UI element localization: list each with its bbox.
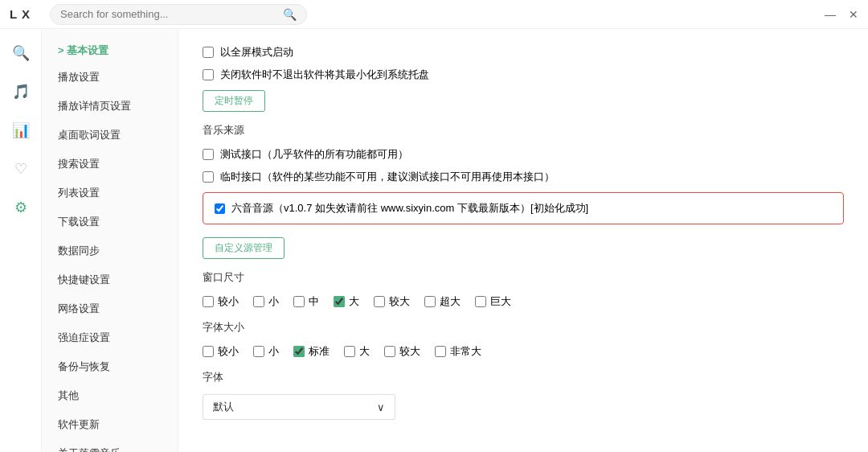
font-xlarge-checkbox[interactable] (435, 346, 446, 357)
size-huge-checkbox[interactable] (475, 296, 486, 307)
font-standard[interactable]: 标准 (293, 344, 330, 359)
font-xlarge[interactable]: 非常大 (435, 344, 481, 359)
settings-content: 以全屏模式启动 关闭软件时不退出软件将其最小化到系统托盘 定时暂停 音乐来源 测… (178, 29, 868, 452)
search-bar[interactable]: 🔍 (50, 4, 307, 25)
sidebar-icon-chart[interactable]: 📊 (6, 116, 35, 145)
app-logo: L X (10, 7, 31, 21)
minimize-tray-row: 关闭软件时不退出软件将其最小化到系统托盘 (203, 68, 844, 82)
minimize-tray-checkbox[interactable] (203, 69, 214, 80)
size-medium[interactable]: 中 (293, 294, 319, 309)
nav-section-header[interactable]: > 基本设置 (42, 39, 178, 63)
source-test-row: 测试接口（几乎软件的所有功能都可用） (203, 147, 844, 162)
nav-item-backup[interactable]: 备份与恢复 (42, 352, 178, 381)
font-larger-checkbox[interactable] (384, 346, 395, 357)
size-xlarge-checkbox[interactable] (424, 296, 436, 307)
section-source-title: 音乐来源 (203, 123, 844, 138)
font-select-value: 默认 (213, 400, 234, 414)
font-standard-label: 标准 (309, 344, 330, 359)
sidebar-icon-settings[interactable]: ⚙ (6, 193, 35, 222)
nav-item-playback-detail[interactable]: 播放详情页设置 (42, 92, 178, 121)
fullscreen-label: 以全屏模式启动 (220, 45, 293, 60)
nav-item-network[interactable]: 网络设置 (42, 294, 178, 323)
search-icon[interactable]: 🔍 (283, 8, 297, 21)
font-smaller-checkbox[interactable] (203, 346, 214, 357)
title-bar: L X 🔍 — ✕ (0, 0, 868, 29)
nav-item-list-settings[interactable]: 列表设置 (42, 179, 178, 208)
close-button[interactable]: ✕ (849, 8, 858, 21)
fullscreen-row: 以全屏模式启动 (203, 45, 844, 60)
section-window-title: 窗口尺寸 (203, 270, 844, 285)
source-temp-checkbox[interactable] (203, 171, 214, 183)
source-sixyin-group: 六音音源（v1.0.7 如失效请前往 www.sixyin.com 下载最新版本… (203, 192, 844, 224)
chevron-down-icon: ∨ (377, 401, 385, 413)
window-size-group: 较小 小 中 大 较大 超大 巨大 (203, 294, 844, 309)
section-fontsize-title: 字体大小 (203, 320, 844, 335)
sidebar-icon-favorite[interactable]: ♡ (6, 154, 35, 183)
font-small-checkbox[interactable] (253, 346, 264, 357)
size-huge-label: 巨大 (490, 294, 511, 309)
title-bar-right: — ✕ (825, 8, 858, 21)
size-xlarge[interactable]: 超大 (424, 294, 461, 309)
font-small-label: 小 (268, 344, 279, 359)
font-small[interactable]: 小 (253, 344, 279, 359)
size-smaller-label: 较小 (218, 294, 239, 309)
font-size-group: 较小 小 标准 大 较大 非常大 (203, 344, 844, 359)
size-xlarge-label: 超大 (440, 294, 461, 309)
nav-item-ocd[interactable]: 强迫症设置 (42, 323, 178, 352)
main-layout: 🔍 🎵 📊 ♡ ⚙ > 基本设置 播放设置 播放详情页设置 桌面歌词设置 搜索设… (0, 29, 868, 452)
size-small-label: 小 (268, 294, 279, 309)
sidebar-icon-search[interactable]: 🔍 (6, 39, 35, 68)
size-small[interactable]: 小 (253, 294, 279, 309)
font-large[interactable]: 大 (344, 344, 370, 359)
font-larger[interactable]: 较大 (384, 344, 420, 359)
nav-item-update[interactable]: 软件更新 (42, 410, 178, 439)
minimize-button[interactable]: — (825, 8, 836, 21)
size-smaller-checkbox[interactable] (203, 296, 214, 307)
size-small-checkbox[interactable] (253, 296, 264, 307)
size-smaller[interactable]: 较小 (203, 294, 239, 309)
search-input[interactable] (60, 8, 283, 20)
nav-item-shortcuts[interactable]: 快捷键设置 (42, 265, 178, 294)
font-large-checkbox[interactable] (344, 346, 355, 357)
nav-item-search-settings[interactable]: 搜索设置 (42, 150, 178, 179)
minimize-tray-label: 关闭软件时不退出软件将其最小化到系统托盘 (220, 68, 429, 82)
size-larger-label: 较大 (389, 294, 410, 309)
font-large-label: 大 (359, 344, 370, 359)
size-large-checkbox[interactable] (334, 296, 345, 307)
title-bar-left: L X 🔍 (10, 4, 307, 25)
source-sixyin-label: 六音音源（v1.0.7 如失效请前往 www.sixyin.com 下载最新版本… (231, 201, 588, 216)
section-font-title: 字体 (203, 370, 844, 384)
nav-item-data-sync[interactable]: 数据同步 (42, 236, 178, 265)
nav-item-playback[interactable]: 播放设置 (42, 63, 178, 92)
nav-item-download[interactable]: 下载设置 (42, 208, 178, 236)
font-smaller-label: 较小 (218, 344, 239, 359)
source-test-label: 测试接口（几乎软件的所有功能都可用） (220, 147, 408, 162)
fullscreen-checkbox[interactable] (203, 47, 214, 58)
nav-item-other[interactable]: 其他 (42, 381, 178, 410)
source-sixyin-checkbox[interactable] (215, 203, 225, 214)
source-temp-row: 临时接口（软件的某些功能不可用，建议测试接口不可用再使用本接口） (203, 170, 844, 184)
font-smaller[interactable]: 较小 (203, 344, 239, 359)
font-larger-label: 较大 (399, 344, 420, 359)
nav-item-about[interactable]: 关于落雪音乐 (42, 439, 178, 452)
size-large-label: 大 (349, 294, 359, 309)
sidebar-icon-music[interactable]: 🎵 (6, 77, 35, 106)
nav-item-desktop-lyrics[interactable]: 桌面歌词设置 (42, 121, 178, 150)
font-select-row: 默认 ∨ (203, 394, 844, 420)
font-xlarge-label: 非常大 (450, 344, 481, 359)
size-medium-label: 中 (309, 294, 319, 309)
custom-source-button[interactable]: 自定义源管理 (203, 237, 285, 259)
size-huge[interactable]: 巨大 (475, 294, 511, 309)
icon-sidebar: 🔍 🎵 📊 ♡ ⚙ (0, 29, 42, 452)
size-medium-checkbox[interactable] (293, 296, 305, 307)
font-standard-checkbox[interactable] (293, 346, 305, 357)
source-test-checkbox[interactable] (203, 149, 214, 160)
size-larger[interactable]: 较大 (374, 294, 410, 309)
source-temp-label: 临时接口（软件的某些功能不可用，建议测试接口不可用再使用本接口） (220, 170, 555, 184)
nav-sidebar: > 基本设置 播放设置 播放详情页设置 桌面歌词设置 搜索设置 列表设置 下载设… (42, 29, 178, 452)
timer-pause-button[interactable]: 定时暂停 (203, 90, 265, 112)
size-larger-checkbox[interactable] (374, 296, 385, 307)
font-select-dropdown[interactable]: 默认 ∨ (203, 394, 395, 420)
size-large[interactable]: 大 (334, 294, 359, 309)
